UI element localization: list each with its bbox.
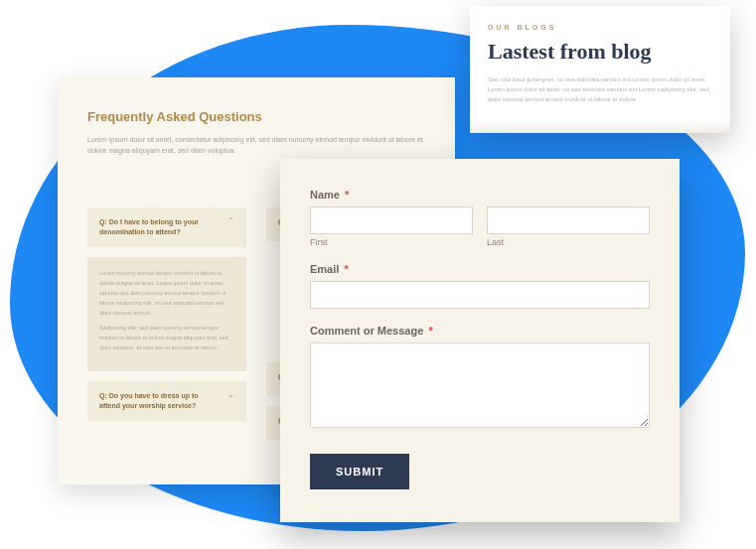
blog-heading: Lastest from blog bbox=[488, 39, 712, 65]
message-label-text: Comment or Message bbox=[310, 325, 423, 337]
message-textarea[interactable] bbox=[310, 343, 650, 428]
last-sublabel: Last bbox=[487, 237, 650, 247]
faq-description: Lorem ipsum dolor sit amet, consectetur … bbox=[87, 134, 425, 156]
message-label: Comment or Message * bbox=[310, 325, 650, 337]
first-sublabel: First bbox=[310, 237, 473, 247]
email-label-text: Email bbox=[310, 263, 339, 275]
required-mark: * bbox=[344, 263, 348, 275]
first-name-input[interactable] bbox=[310, 206, 473, 234]
faq-item-denomination[interactable]: Q: Do I have to belong to your denominat… bbox=[87, 207, 246, 247]
blog-eyebrow: OUR BLOGS bbox=[488, 24, 712, 31]
faq-heading: Frequently Asked Questions bbox=[87, 109, 425, 124]
blog-description: Stet clita kasd gubergren, no sea takima… bbox=[488, 74, 712, 105]
faq-question-label: Q: Do I have to belong to your denominat… bbox=[99, 217, 220, 237]
faq-item-dress[interactable]: Q: Do you have to dress up to attend you… bbox=[87, 381, 246, 421]
email-input[interactable] bbox=[310, 281, 650, 309]
required-mark: * bbox=[428, 325, 432, 337]
email-label: Email * bbox=[310, 263, 650, 275]
name-label: Name * bbox=[310, 189, 650, 201]
faq-answer-p1: Lorem nonumy eirmod tempor invidunt ut l… bbox=[99, 269, 234, 318]
chevron-down-icon: ⌄ bbox=[227, 391, 234, 399]
faq-question-label: Q: Do you have to dress up to attend you… bbox=[99, 391, 220, 411]
last-name-input[interactable] bbox=[487, 206, 650, 234]
chevron-up-icon: ⌃ bbox=[227, 217, 234, 225]
required-mark: * bbox=[345, 189, 349, 201]
faq-answer-body: Lorem nonumy eirmod tempor invidunt ut l… bbox=[87, 257, 246, 371]
fade-overlay bbox=[470, 119, 730, 133]
submit-button[interactable]: SUBMIT bbox=[310, 454, 409, 489]
name-label-text: Name bbox=[310, 189, 340, 201]
faq-answer-p2: Sadipscing elitr, sed diam nonumy eirmod… bbox=[99, 324, 234, 353]
contact-form-panel: Name * First Last Email * Comment or Mes… bbox=[280, 159, 680, 522]
blog-panel: OUR BLOGS Lastest from blog Stet clita k… bbox=[470, 6, 730, 133]
